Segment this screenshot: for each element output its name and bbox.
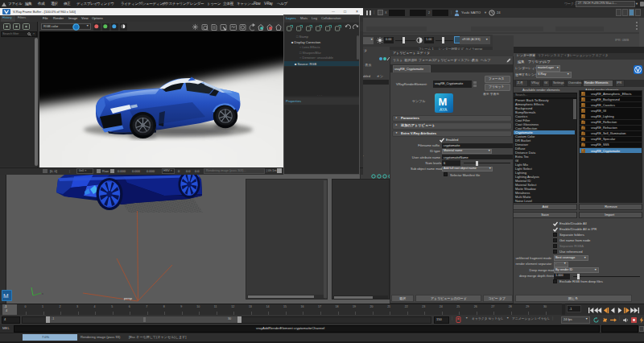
svg-text:M: M [3,292,9,300]
svg-text:AYA: AYA [440,107,448,112]
svg-text:x: x [42,292,43,295]
svg-text:persp: persp [124,296,133,300]
